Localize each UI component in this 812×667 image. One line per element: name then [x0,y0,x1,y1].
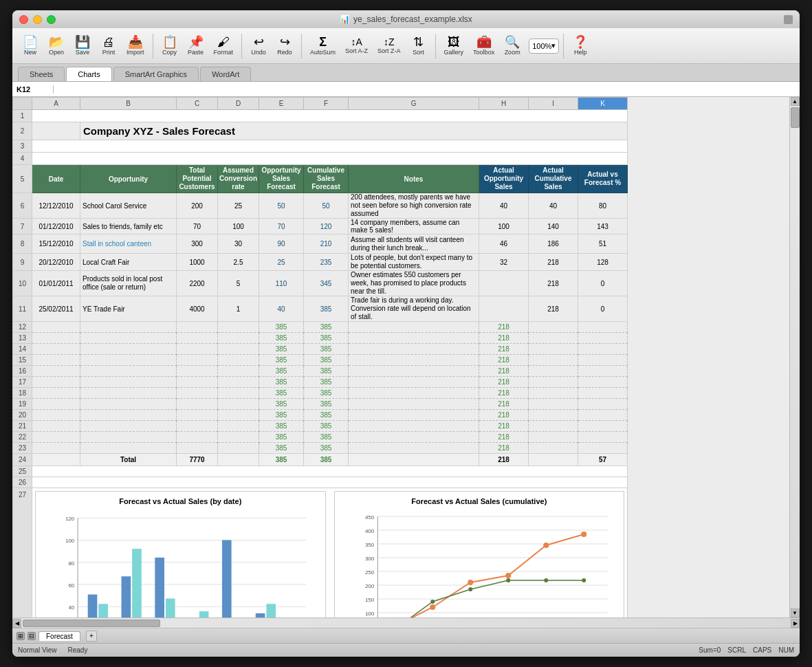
open-icon: 📂 [49,36,64,48]
col-header-F: F [304,98,349,110]
scroll-h-thumb[interactable] [23,620,160,627]
help-button[interactable]: ❓ Help [568,34,593,57]
total-cum-forecast: 385 [304,454,349,466]
bar-actual-2 [132,549,142,617]
col-header-opp-forecast: Opportunity Sales Forecast [259,165,304,193]
col-header-E: E [259,98,304,110]
add-sheet-button[interactable]: + [86,631,97,642]
col-header-A: A [32,98,80,110]
empty-row-23: 23 385 385 218 [13,443,628,454]
minimize-button[interactable] [33,15,42,24]
svg-text:200: 200 [364,583,374,589]
undo-button[interactable]: ↩ Undo [246,34,271,57]
col-header-date: Date [32,165,80,193]
toolbar: 📄 New 📂 Open 💾 Save 🖨 Print 📥 Import 📋 C… [12,28,800,64]
total-opp-forecast: 385 [259,454,304,466]
sort-za-icon: ↕Z [384,37,395,47]
copy-button[interactable]: 📋 Copy [157,34,182,57]
format-button[interactable]: 🖌 Format [210,34,238,57]
empty-row-26: 26 [13,477,628,488]
chart2-y-label: Sales [340,510,347,617]
sort-button[interactable]: ⇅ Sort [406,34,431,57]
import-button[interactable]: 📥 Import [122,34,149,57]
close-button[interactable] [19,15,28,24]
tab-sheets[interactable]: Sheets [18,67,65,81]
paste-icon: 📌 [188,36,204,48]
page-view-button[interactable]: ⊟ [28,632,36,640]
sheet-tab-forecast[interactable]: Forecast [39,631,80,641]
separator-3 [301,34,302,58]
sort-za-button[interactable]: ↕Z Sort Z-A [373,36,405,56]
titlebar: 📊 ye_sales_forecast_example.xlsx [12,10,800,28]
charts-container: Forecast vs Actual Sales (by date) Sales [35,491,624,617]
bar-actual-3 [166,598,175,617]
svg-text:250: 250 [364,569,374,576]
normal-view-button[interactable]: ⊞ [17,632,25,640]
empty-row-20: 20 385 385 218 [13,410,628,421]
save-button[interactable]: 💾 Save [70,34,95,57]
new-button[interactable]: 📄 New [18,34,43,57]
paste-button[interactable]: 📌 Paste [184,34,208,57]
forecast-dot-3 [468,580,473,585]
scrl-badge: SCRL [727,646,746,654]
forecast-dot-5 [543,543,549,548]
total-customers: 7770 [177,454,218,466]
row-1: 1 [13,110,628,122]
redo-icon: ↪ [280,36,290,48]
collapse-button[interactable] [784,15,793,24]
scroll-left-button[interactable]: ◀ [12,619,21,628]
import-icon: 📥 [128,36,143,48]
col-header-G: G [349,98,479,110]
actual-dot-3 [468,587,472,591]
scroll-thumb[interactable] [791,107,800,128]
open-button[interactable]: 📂 Open [44,34,69,57]
bar-forecast-1 [88,595,98,617]
empty-row-21: 21 385 385 218 [13,421,628,432]
total-actual-vs: 57 [578,454,628,466]
empty-row-15: 15 385 385 218 [13,355,628,366]
scroll-down-button[interactable]: ▼ [791,609,800,617]
total-row: 24 Total 7770 385 385 218 57 [13,454,628,466]
autosum-button[interactable]: Σ AutoSum [306,34,340,57]
data-row-8: 8 15/12/2010 Stall in school canteen 300… [13,234,628,254]
print-button[interactable]: 🖨 Print [96,34,121,57]
svg-text:150: 150 [364,597,374,603]
tab-charts[interactable]: Charts [66,67,111,81]
actual-dot-6 [582,578,586,582]
tab-wordart[interactable]: WordArt [200,67,251,81]
scroll-right-button[interactable]: ▶ [791,619,800,628]
zoom-combo[interactable]: 100% ▾ [529,39,559,54]
vertical-scrollbar[interactable]: ▲ ▼ [789,97,800,617]
col-header-actual-opp: Actual Opportunity Sales [479,165,529,193]
scroll-up-button[interactable]: ▲ [791,97,800,106]
gallery-button[interactable]: 🖼 Gallery [440,34,468,57]
spreadsheet-container: K12 [12,82,800,628]
sort-az-button[interactable]: ↕A Sort A-Z [341,36,372,56]
empty-row-22: 22 385 385 218 [13,432,628,443]
format-icon: 🖌 [217,36,230,48]
svg-text:80: 80 [68,560,74,567]
redo-button[interactable]: ↪ Redo [272,34,297,57]
col-header-total-customers: Total Potential Customers [177,165,218,193]
svg-text:450: 450 [364,514,374,521]
toolbox-button[interactable]: 🧰 Toolbox [469,34,498,57]
maximize-button[interactable] [47,15,56,24]
empty-row-13: 13 385 385 218 [13,333,628,344]
save-icon: 💾 [75,36,90,48]
row-2: 2 Company XYZ - Sales Forecast [13,122,628,140]
col-header-actual-vs: Actual vs Forecast % [578,165,628,193]
row-4: 4 [13,153,628,165]
data-row-11: 11 25/02/2011 YE Trade Fair 4000 1 40 38… [13,296,628,322]
horizontal-scrollbar[interactable]: ◀ ▶ [12,617,800,628]
cell-reference[interactable]: K12 [12,85,54,94]
zoom-button[interactable]: 🔍 Zoom [500,34,525,57]
tab-smartart[interactable]: SmartArt Graphics [113,67,199,81]
row-3: 3 [13,140,628,153]
data-row-9: 9 20/12/2010 Local Craft Fair 1000 2.5 2… [13,254,628,271]
col-header-cum-forecast: Cumulative Sales Forecast [304,165,349,193]
separator-4 [435,34,436,58]
col-header-K: K [578,98,628,110]
empty-row-12: 12 385 385 218 [13,322,628,333]
empty-row-16: 16 385 385 218 [13,366,628,377]
sheet-content[interactable]: A B C D E F G H I K [12,97,789,617]
